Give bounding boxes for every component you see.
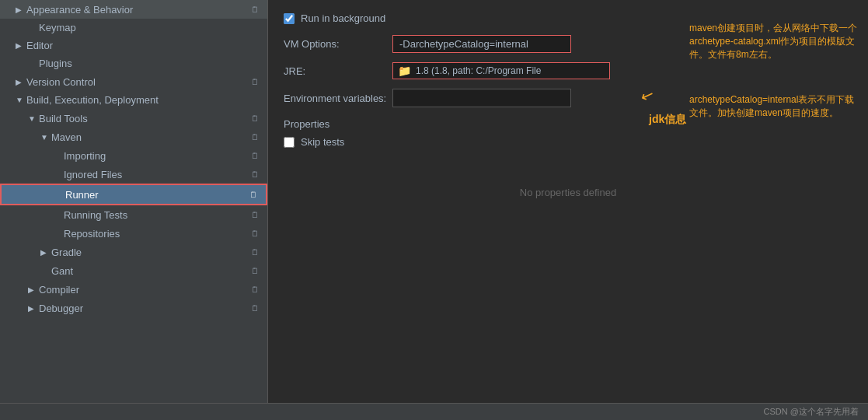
sidebar-item-build-execution[interactable]: ▼ Build, Execution, Deployment	[0, 91, 267, 109]
sidebar-item-label: Build, Execution, Deployment	[26, 94, 261, 106]
sidebar-item-label: Runner	[65, 189, 244, 201]
copy-icon: 🗒	[249, 208, 261, 221]
sidebar-item-maven[interactable]: ▼ Maven 🗒	[0, 128, 267, 146]
skip-tests-checkbox[interactable]	[284, 137, 295, 148]
sidebar-item-debugger[interactable]: ▶ Debugger 🗒	[0, 299, 267, 317]
bottom-bar-text: CSDN @这个名字先用着	[764, 406, 859, 418]
sidebar-item-label: Maven	[51, 131, 246, 143]
run-background-label: Run in background	[301, 12, 385, 24]
sidebar-item-running-tests[interactable]: Running Tests 🗒	[0, 205, 267, 224]
copy-icon: 🗒	[249, 264, 261, 277]
jre-value: 1.8 (1.8, path: C:/Program File	[416, 65, 541, 76]
sidebar-item-importing[interactable]: Importing 🗒	[0, 146, 267, 165]
sidebar-item-label: Build Tools	[39, 113, 246, 124]
sidebar-item-label: Importing	[64, 150, 246, 162]
sidebar-item-label: Editor	[26, 40, 261, 51]
arrow-icon: ▶	[40, 248, 51, 257]
annotation-note2: archetypeCatalog=internal表示不用下载文件。加快创建ma…	[689, 93, 860, 120]
sidebar-item-editor[interactable]: ▶ Editor	[0, 37, 267, 54]
run-background-checkbox[interactable]	[284, 13, 295, 24]
arrow-icon: ▼	[28, 114, 39, 123]
arrow-icon: ▼	[40, 133, 51, 142]
sidebar-item-runner[interactable]: Runner 🗒	[0, 184, 267, 205]
arrow-icon: ▶	[16, 78, 26, 86]
sidebar-item-compiler[interactable]: ▶ Compiler 🗒	[0, 280, 267, 299]
copy-icon: 🗒	[249, 302, 261, 314]
sidebar-item-label: Plugins	[39, 58, 261, 69]
arrow-icon: ▼	[16, 96, 26, 104]
sidebar-item-ignored-files[interactable]: Ignored Files 🗒	[0, 165, 267, 184]
copy-icon: 🗒	[247, 188, 260, 201]
sidebar-item-gradle[interactable]: ▶ Gradle 🗒	[0, 243, 267, 261]
copy-icon: 🗒	[249, 131, 261, 143]
sidebar-item-version-control[interactable]: ▶ Version Control 🗒	[0, 72, 267, 91]
copy-icon: 🗒	[249, 112, 261, 124]
copy-icon: 🗒	[249, 75, 261, 88]
no-properties-text: No properties defined	[284, 187, 852, 198]
sidebar-item-appearance[interactable]: ▶ Appearance & Behavior 🗒	[0, 0, 267, 19]
jdk-info-annotation: jdk信息	[649, 113, 686, 127]
sidebar-item-label: Keymap	[39, 22, 261, 33]
copy-icon: 🗒	[249, 246, 261, 258]
copy-icon: 🗒	[249, 149, 261, 162]
arrow-icon: ▶	[16, 41, 26, 50]
copy-icon: 🗒	[249, 283, 261, 296]
sidebar-item-gant[interactable]: Gant 🗒	[0, 261, 267, 280]
sidebar-item-label: Version Control	[26, 76, 246, 88]
vm-options-label: VM Options:	[284, 38, 392, 50]
sidebar-item-keymap[interactable]: Keymap	[0, 19, 267, 37]
sidebar-item-label: Compiler	[39, 284, 246, 296]
sidebar-item-label: Debugger	[39, 303, 246, 314]
skip-tests-row: Skip tests	[284, 136, 852, 148]
copy-icon: 🗒	[249, 227, 261, 240]
jre-selector[interactable]: 📁 1.8 (1.8, path: C:/Program File	[392, 62, 610, 79]
jre-row: JRE: 📁 1.8 (1.8, path: C:/Program File	[284, 62, 852, 79]
settings-content: Run in background VM Options: JRE: 📁 1.8…	[268, 0, 868, 403]
properties-label: Properties	[284, 118, 852, 130]
env-vars-input[interactable]	[392, 89, 571, 107]
annotation-note1: maven创建项目时，会从网络中下载一个archetype-catalog.xm…	[689, 22, 860, 61]
copy-icon: 🗒	[249, 3, 261, 16]
copy-icon: 🗒	[249, 168, 261, 180]
sidebar-item-label: Running Tests	[64, 209, 246, 221]
vm-options-input[interactable]	[392, 35, 571, 53]
arrow-icon: ▶	[16, 5, 26, 14]
bottom-bar: CSDN @这个名字先用着	[0, 403, 868, 420]
properties-section: Properties Skip tests No properties defi…	[284, 118, 852, 198]
arrow-icon: ▶	[28, 285, 39, 294]
arrow-icon: ▶	[28, 304, 39, 313]
skip-tests-label: Skip tests	[301, 136, 344, 148]
sidebar-item-repositories[interactable]: Repositories 🗒	[0, 224, 267, 243]
sidebar-item-build-tools[interactable]: ▼ Build Tools 🗒	[0, 109, 267, 128]
folder-icon: 📁	[398, 65, 411, 77]
jre-label: JRE:	[284, 65, 392, 77]
env-vars-label: Environment variables:	[284, 93, 392, 104]
sidebar-item-plugins[interactable]: Plugins	[0, 54, 267, 72]
sidebar-item-label: Gradle	[51, 247, 246, 258]
sidebar-item-label: Appearance & Behavior	[26, 4, 246, 16]
sidebar-item-label: Repositories	[64, 228, 246, 240]
sidebar-item-label: Ignored Files	[64, 169, 246, 180]
sidebar-item-label: Gant	[51, 265, 246, 277]
settings-sidebar: ▶ Appearance & Behavior 🗒 Keymap ▶ Edito…	[0, 0, 268, 403]
